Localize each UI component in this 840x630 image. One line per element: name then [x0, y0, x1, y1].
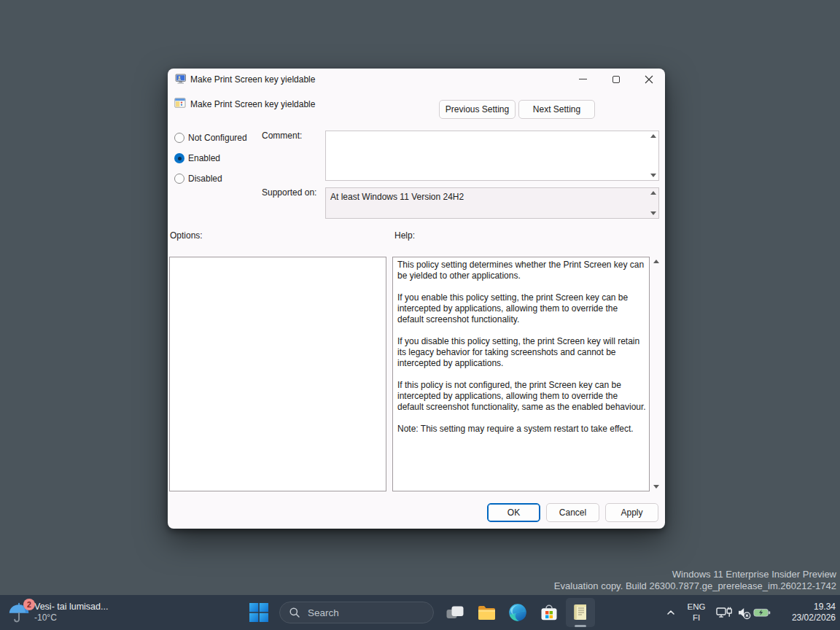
- supported-on-box: At least Windows 11 Version 24H2: [325, 187, 659, 219]
- group-policy-editor-icon: [570, 602, 591, 623]
- minimize-button[interactable]: [567, 69, 599, 90]
- battery-charging-icon: [753, 604, 771, 621]
- help-paragraph: Note: This setting may require a system …: [397, 424, 646, 435]
- microsoft-store-button[interactable]: [534, 598, 564, 627]
- dialog-title: Make Print Screen key yieldable: [190, 74, 315, 85]
- scroll-up-icon[interactable]: [650, 191, 656, 195]
- evaluation-watermark: Windows 11 Enterprise Insider Preview Ev…: [554, 569, 836, 591]
- windows-logo-icon: [249, 603, 268, 622]
- group-policy-editor-button[interactable]: [566, 598, 595, 627]
- task-view-icon: [446, 603, 464, 622]
- help-paragraph: This policy setting determines whether t…: [397, 260, 646, 281]
- chevron-up-icon: [666, 607, 676, 618]
- radio-disabled-label[interactable]: Disabled: [188, 174, 222, 184]
- help-paragraph: If you disable this policy setting, the …: [397, 336, 646, 369]
- edge-browser-button[interactable]: [503, 598, 532, 627]
- weather-widget[interactable]: 2 Vesi- tai lumisad... -10°C: [7, 595, 108, 630]
- supported-scrollbar[interactable]: [648, 189, 658, 217]
- supported-on-label: Supported on:: [262, 187, 316, 198]
- scroll-up-icon[interactable]: [653, 260, 659, 263]
- scroll-down-icon[interactable]: [650, 174, 656, 177]
- language-line2: FI: [684, 612, 709, 623]
- start-button[interactable]: [244, 598, 273, 627]
- taskbar: 2 Vesi- tai lumisad... -10°C Search: [0, 595, 840, 630]
- radio-disabled-circle[interactable]: [174, 174, 184, 184]
- search-icon: [289, 607, 300, 618]
- volume-muted-icon: [735, 604, 752, 621]
- tray-overflow-button[interactable]: [662, 604, 680, 621]
- help-paragraph: If this policy is not configured, the pr…: [397, 380, 646, 413]
- help-paragraph: If you enable this policy setting, the p…: [397, 292, 646, 325]
- comment-label: Comment:: [262, 131, 302, 141]
- policy-setting-icon: [174, 97, 186, 109]
- help-scrollbar[interactable]: [651, 257, 661, 491]
- help-label: Help:: [394, 230, 415, 241]
- radio-enabled-circle[interactable]: [174, 153, 184, 163]
- radio-enabled[interactable]: Enabled: [174, 151, 220, 166]
- file-explorer-button[interactable]: [472, 598, 501, 627]
- help-panel[interactable]: This policy setting determines whether t…: [392, 257, 650, 491]
- cancel-button[interactable]: Cancel: [546, 503, 599, 522]
- ok-button[interactable]: OK: [487, 503, 540, 522]
- search-placeholder: Search: [308, 607, 339, 618]
- ethernet-icon: [715, 604, 733, 621]
- volume-tray-button[interactable]: [735, 604, 752, 621]
- comment-scrollbar[interactable]: [648, 132, 658, 179]
- previous-setting-button[interactable]: Previous Setting: [439, 100, 516, 119]
- policy-setting-dialog: Make Print Screen key yieldable Make Pri…: [168, 69, 665, 529]
- language-line1: ENG: [684, 602, 709, 612]
- radio-not-configured-circle[interactable]: [174, 133, 184, 143]
- tray-date: 23/02/2026: [792, 612, 836, 623]
- supported-on-value: At least Windows 11 Version 24H2: [330, 192, 464, 202]
- file-explorer-icon: [477, 603, 497, 623]
- weather-temperature: -10°C: [34, 612, 108, 623]
- task-view-button[interactable]: [440, 598, 470, 627]
- radio-disabled[interactable]: Disabled: [174, 171, 222, 186]
- watermark-line1: Windows 11 Enterprise Insider Preview: [554, 569, 836, 580]
- notification-badge: 2: [23, 599, 35, 610]
- network-tray-button[interactable]: [715, 604, 733, 621]
- radio-enabled-label[interactable]: Enabled: [188, 153, 220, 163]
- radio-not-configured[interactable]: Not Configured: [174, 131, 247, 145]
- group-policy-window-icon: [175, 73, 187, 85]
- clock[interactable]: 19.34 23/02/2026: [792, 602, 836, 623]
- battery-tray-button[interactable]: [753, 604, 771, 621]
- weather-text: Vesi- tai lumisad... -10°C: [34, 602, 108, 623]
- apply-button[interactable]: Apply: [605, 503, 658, 522]
- scroll-down-icon[interactable]: [650, 211, 656, 215]
- scroll-down-icon[interactable]: [653, 485, 659, 489]
- options-label: Options:: [170, 230, 203, 241]
- watermark-line2: Evaluation copy. Build 26300.7877.ge_pre…: [554, 580, 836, 592]
- microsoft-store-icon: [540, 603, 559, 622]
- maximize-button[interactable]: [599, 69, 632, 90]
- language-indicator[interactable]: ENG FI: [684, 602, 709, 623]
- comment-textarea[interactable]: [325, 131, 659, 181]
- options-panel: [169, 257, 386, 491]
- active-app-indicator: [575, 625, 586, 627]
- maximize-icon: [612, 76, 620, 83]
- tray-time: 19.34: [792, 602, 836, 612]
- radio-not-configured-label[interactable]: Not Configured: [188, 133, 247, 143]
- minimize-icon: [579, 79, 587, 79]
- close-button[interactable]: [632, 69, 665, 90]
- weather-headline: Vesi- tai lumisad...: [34, 602, 108, 612]
- policy-name: Make Print Screen key yieldable: [190, 99, 315, 109]
- edge-icon: [508, 603, 527, 622]
- next-setting-button[interactable]: Next Setting: [518, 100, 595, 119]
- close-icon: [645, 75, 653, 84]
- scroll-up-icon[interactable]: [650, 134, 656, 138]
- search-input[interactable]: Search: [279, 602, 434, 623]
